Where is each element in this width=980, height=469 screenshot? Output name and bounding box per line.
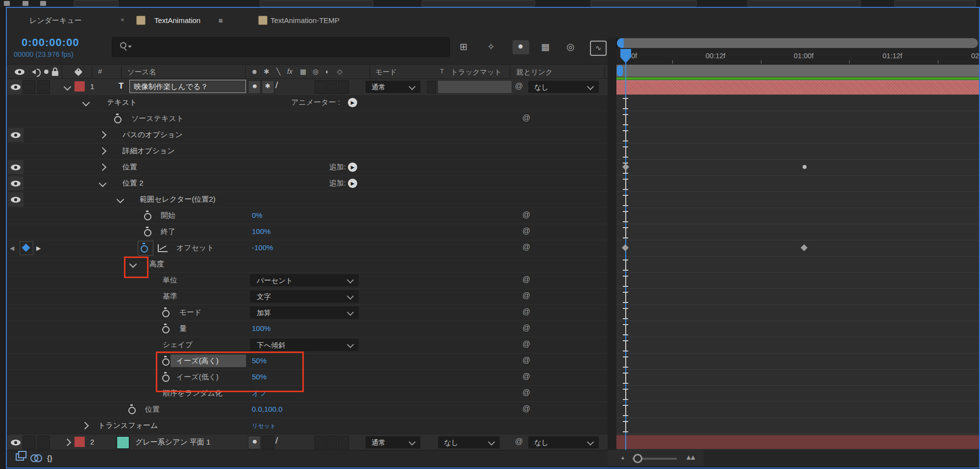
stopwatch-icon[interactable] xyxy=(162,355,170,366)
work-area-bar[interactable] xyxy=(616,65,980,77)
property-value[interactable]: 50% xyxy=(252,356,267,365)
parent-dropdown[interactable]: なし xyxy=(528,81,599,93)
property-row-start[interactable]: 開始 0% @ xyxy=(7,208,608,224)
rasterize-switch[interactable]: / xyxy=(275,80,278,91)
pickwhip-icon[interactable]: @ xyxy=(522,404,530,413)
property-label[interactable]: 終了 xyxy=(161,227,175,236)
property-label[interactable]: テキスト xyxy=(107,98,137,107)
property-label[interactable]: 位置 xyxy=(145,405,160,414)
stopwatch-icon[interactable] xyxy=(162,323,170,333)
panel-menu-icon[interactable]: ≡ xyxy=(219,16,223,24)
visibility-cell[interactable] xyxy=(8,192,24,207)
layer1-duration-bar[interactable] xyxy=(616,80,980,94)
switch-cell[interactable] xyxy=(326,80,337,94)
expand-inout-toggle[interactable]: {} xyxy=(47,454,52,462)
work-area-start-handle[interactable] xyxy=(617,65,623,76)
property-value[interactable]: 100% xyxy=(252,324,270,332)
shy-switch[interactable]: ☻ xyxy=(248,436,261,449)
effects-switch[interactable] xyxy=(262,436,274,449)
parent-link-column[interactable]: 親とリンク xyxy=(516,68,553,77)
keyframe-toggle-box[interactable] xyxy=(20,241,33,255)
layer-expander-chevron-right[interactable] xyxy=(64,439,72,446)
switch-cell[interactable] xyxy=(338,436,349,449)
composition-flowchart-icon[interactable]: ⊞ xyxy=(460,41,467,52)
property-row-source-text[interactable]: ソーステキスト @ xyxy=(7,111,608,127)
solo-switch-cell[interactable] xyxy=(37,436,50,449)
expand-transfer-controls-toggle[interactable] xyxy=(30,454,38,462)
time-navigator-start-handle[interactable] xyxy=(617,38,624,48)
property-label[interactable]: イーズ(高く) xyxy=(176,356,219,366)
label-column-tag-icon[interactable] xyxy=(74,68,83,76)
property-value[interactable]: -100% xyxy=(252,243,273,252)
layer-name-field[interactable]: 映像制作楽しんでる？ xyxy=(129,80,246,93)
video-switch-cell[interactable] xyxy=(8,435,24,449)
current-timecode[interactable]: 0:00:00:00 xyxy=(22,36,79,49)
animator-add-button[interactable]: ▶ xyxy=(348,98,357,107)
audio-switch-cell[interactable] xyxy=(23,80,35,94)
eye-icon[interactable] xyxy=(11,164,21,170)
video-column-eye-icon[interactable] xyxy=(15,69,24,75)
property-label[interactable]: トランスフォーム xyxy=(98,421,158,430)
tab-render-queue[interactable]: レンダーキュー xyxy=(29,16,82,25)
property-label[interactable]: シェイプ xyxy=(163,340,193,350)
pickwhip-icon[interactable]: @ xyxy=(522,340,530,349)
property-label[interactable]: 量 xyxy=(179,324,187,333)
eye-icon[interactable] xyxy=(11,132,21,138)
property-row-position-animator[interactable]: 位置 追加: ▶ xyxy=(7,159,608,175)
layer-label-swatch[interactable] xyxy=(74,81,85,92)
stopwatch-icon[interactable] xyxy=(128,404,136,414)
zoom-out-mountain-icon[interactable]: ▲ xyxy=(620,455,625,460)
property-row-units[interactable]: 単位 パーセント @ xyxy=(7,272,608,288)
pickwhip-icon[interactable]: @ xyxy=(522,114,530,122)
pickwhip-icon[interactable]: @ xyxy=(522,307,530,316)
mode-dropdown[interactable]: 加算 xyxy=(250,306,359,319)
parent-dropdown[interactable]: なし xyxy=(528,436,599,448)
eye-icon[interactable] xyxy=(11,181,21,187)
pickwhip-icon[interactable]: @ xyxy=(522,372,530,381)
toolbar-button[interactable] xyxy=(74,0,119,7)
panel-divider[interactable] xyxy=(608,38,617,467)
property-label[interactable]: オフセット xyxy=(176,243,214,253)
switch-cell[interactable] xyxy=(315,80,325,94)
stopwatch-icon[interactable] xyxy=(114,113,122,123)
visibility-cell[interactable] xyxy=(8,128,24,142)
switch-cell[interactable] xyxy=(315,436,325,449)
switch-cell[interactable] xyxy=(326,436,337,449)
zoom-in-mountains-icon[interactable]: ▲▲ xyxy=(685,453,694,461)
property-row-text-group[interactable]: テキスト アニメーター : ▶ xyxy=(7,94,608,111)
blend-mode-dropdown[interactable]: 通常 xyxy=(366,436,420,448)
matte-swatch-cell[interactable] xyxy=(427,81,436,94)
pickwhip-icon[interactable]: @ xyxy=(522,356,530,365)
expander-chevron-right[interactable] xyxy=(99,147,107,155)
eye-icon[interactable] xyxy=(11,197,21,203)
source-name-column[interactable]: ソース名 xyxy=(127,68,156,77)
blend-mode-dropdown[interactable]: 通常 xyxy=(366,81,420,93)
property-label[interactable]: 単位 xyxy=(163,276,177,285)
keyframe-diamond-icon[interactable] xyxy=(22,244,30,252)
next-keyframe-arrow[interactable]: ▶ xyxy=(36,245,41,252)
property-label[interactable]: イーズ(低く) xyxy=(176,373,219,382)
layer2-duration-bar[interactable] xyxy=(616,435,980,449)
pickwhip-icon[interactable]: @ xyxy=(522,275,530,284)
keyframe-dot[interactable] xyxy=(803,165,807,169)
expander-chevron-down[interactable] xyxy=(117,196,124,204)
property-label[interactable]: ソーステキスト xyxy=(131,114,184,123)
switch-cell[interactable] xyxy=(338,80,349,94)
toolbar-dropdown[interactable] xyxy=(260,0,373,7)
property-row-position-value[interactable]: 位置 0.0,100.0 @ xyxy=(7,401,608,418)
solo-column-icon[interactable] xyxy=(44,70,49,74)
property-row-randomize-order[interactable]: 順序をランダム化 オフ @ xyxy=(7,385,608,401)
stopwatch-icon[interactable] xyxy=(162,372,170,382)
expander-chevron-down[interactable] xyxy=(82,99,90,107)
based-on-dropdown[interactable]: 文字 xyxy=(250,290,359,303)
property-label[interactable]: 詳細オプション xyxy=(122,146,175,156)
property-value[interactable]: 0.0,100.0 xyxy=(252,405,283,413)
video-switch-cell[interactable] xyxy=(8,80,24,94)
property-label[interactable]: モード xyxy=(179,308,202,317)
reset-link[interactable]: リセット xyxy=(252,422,276,430)
tab-textanimation-temp[interactable]: TextAnimation-TEMP xyxy=(270,16,340,24)
expander-chevron-down[interactable] xyxy=(99,180,107,188)
stopwatch-icon[interactable] xyxy=(162,307,170,317)
toolbar-dropdown[interactable] xyxy=(894,0,976,7)
layer-label-swatch[interactable] xyxy=(74,437,85,447)
